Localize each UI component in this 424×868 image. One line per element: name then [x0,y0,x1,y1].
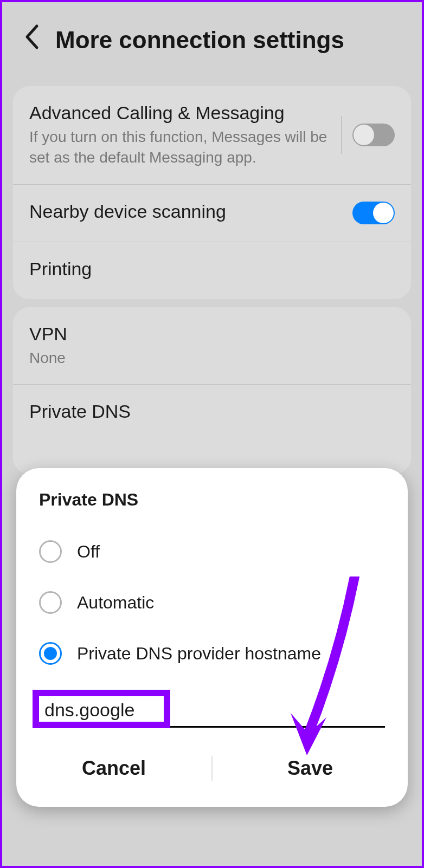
row-printing[interactable]: Printing [13,242,411,299]
settings-card-1: Advanced Calling & Messaging If you turn… [13,86,411,299]
radio-off[interactable] [39,540,62,563]
advanced-calling-toggle[interactable] [352,124,395,146]
row-nearby-scanning[interactable]: Nearby device scanning [13,185,411,242]
private-dns-title: Private DNS [29,401,395,422]
radio-off-label: Off [77,542,100,562]
annotation-highlight [33,690,170,728]
radio-row-off[interactable]: Off [16,526,408,577]
divider [341,116,342,154]
vpn-sub: None [29,348,395,368]
radio-automatic-label: Automatic [77,593,154,613]
radio-row-automatic[interactable]: Automatic [16,577,408,628]
settings-card-2: VPN None Private DNS [13,307,411,475]
row-private-dns[interactable]: Private DNS [13,385,411,442]
save-button[interactable]: Save [213,749,408,787]
dialog-title: Private DNS [16,490,408,526]
dns-hostname-input[interactable] [44,699,153,721]
vpn-title: VPN [29,323,395,345]
row-vpn[interactable]: VPN None [13,307,411,385]
cancel-button[interactable]: Cancel [16,749,211,787]
nearby-scanning-toggle[interactable] [352,202,395,224]
printing-title: Printing [29,258,395,280]
back-icon[interactable] [24,24,39,56]
private-dns-dialog: Private DNS Off Automatic Private DNS pr… [16,468,408,807]
radio-hostname-label: Private DNS provider hostname [77,644,321,664]
radio-automatic[interactable] [39,591,62,614]
radio-hostname[interactable] [39,642,62,665]
page-title: More connection settings [55,27,344,54]
radio-row-hostname[interactable]: Private DNS provider hostname [16,628,408,679]
nearby-scanning-title: Nearby device scanning [29,201,352,222]
advanced-calling-title: Advanced Calling & Messaging [29,102,330,124]
advanced-calling-sub: If you turn on this function, Messages w… [29,127,330,168]
row-advanced-calling[interactable]: Advanced Calling & Messaging If you turn… [13,86,411,185]
